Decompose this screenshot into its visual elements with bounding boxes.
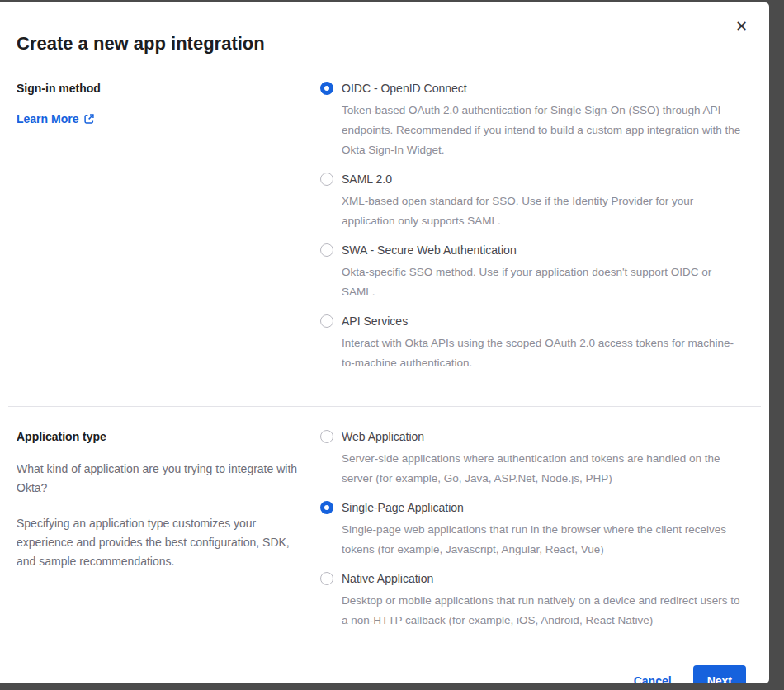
dialog-title: Create a new app integration xyxy=(17,33,746,54)
radio-option-swa[interactable]: SWA - Secure Web Authentication Okta-spe… xyxy=(320,243,746,302)
application-type-options: Web Application Server-side applications… xyxy=(320,430,746,631)
signin-method-options: OIDC - OpenID Connect Token-based OAuth … xyxy=(320,82,746,373)
radio-option-description: Single-page web applications that run in… xyxy=(342,520,746,560)
radio-option-description: Desktop or mobile applications that run … xyxy=(342,591,746,631)
dialog-footer: Cancel Next xyxy=(0,665,746,683)
learn-more-label: Learn More xyxy=(17,112,78,125)
close-icon[interactable]: ✕ xyxy=(735,19,748,34)
application-type-question: What kind of application are you trying … xyxy=(17,460,304,498)
radio-button-api-services[interactable] xyxy=(320,314,333,328)
radio-option-label: SWA - Secure Web Authentication xyxy=(342,243,517,257)
radio-option-description: Server-side applications where authentic… xyxy=(342,449,746,489)
learn-more-link[interactable]: Learn More xyxy=(17,112,95,125)
radio-option-label: OIDC - OpenID Connect xyxy=(342,82,467,95)
radio-button-saml[interactable] xyxy=(320,172,333,186)
radio-option-label: Single-Page Application xyxy=(342,501,464,514)
cancel-button[interactable]: Cancel xyxy=(634,674,672,683)
section-divider xyxy=(8,406,761,407)
signin-method-label: Sign-in method xyxy=(17,82,320,95)
radio-button-native-application[interactable] xyxy=(320,572,333,585)
radio-option-description: XML-based open standard for SSO. Use if … xyxy=(342,191,746,231)
signin-method-left-column: Sign-in method Learn More xyxy=(17,82,320,373)
application-type-section: Application type What kind of applicatio… xyxy=(0,430,769,631)
radio-button-swa[interactable] xyxy=(320,243,333,257)
radio-option-native-application[interactable]: Native Application Desktop or mobile app… xyxy=(320,572,746,631)
radio-button-web-application[interactable] xyxy=(320,430,333,443)
radio-option-description: Token-based OAuth 2.0 authentication for… xyxy=(342,101,746,160)
radio-button-single-page-application[interactable] xyxy=(320,501,333,514)
radio-option-single-page-application[interactable]: Single-Page Application Single-page web … xyxy=(320,501,746,560)
radio-option-description: Interact with Okta APIs using the scoped… xyxy=(342,333,746,373)
radio-option-saml[interactable]: SAML 2.0 XML-based open standard for SSO… xyxy=(320,172,746,231)
next-button[interactable]: Next xyxy=(693,665,746,683)
radio-option-api-services[interactable]: API Services Interact with Okta APIs usi… xyxy=(320,314,746,373)
application-type-left-column: Application type What kind of applicatio… xyxy=(17,430,320,631)
radio-option-label: API Services xyxy=(342,314,408,328)
radio-option-web-application[interactable]: Web Application Server-side applications… xyxy=(320,430,746,489)
radio-option-label: Native Application xyxy=(342,572,433,585)
radio-option-description: Okta-specific SSO method. Use if your ap… xyxy=(342,262,746,302)
radio-option-oidc[interactable]: OIDC - OpenID Connect Token-based OAuth … xyxy=(320,82,746,160)
radio-button-oidc[interactable] xyxy=(320,82,333,95)
application-type-label: Application type xyxy=(17,430,320,443)
create-app-integration-dialog: ✕ Create a new app integration Sign-in m… xyxy=(0,2,769,683)
external-link-icon xyxy=(83,113,95,125)
radio-option-label: SAML 2.0 xyxy=(342,172,392,186)
signin-method-section: Sign-in method Learn More OIDC - OpenID … xyxy=(0,82,769,373)
application-type-explanation: Specifying an application type customize… xyxy=(17,514,304,571)
radio-option-label: Web Application xyxy=(342,430,424,443)
